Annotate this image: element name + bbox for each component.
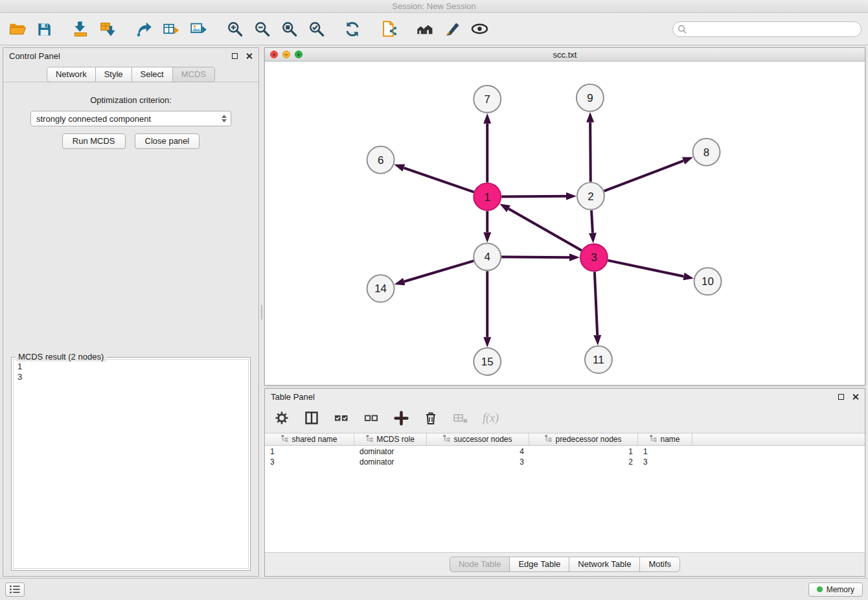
network-canvas-svg[interactable]: 7968123414101511 [265,62,865,385]
graph-edge-3-10[interactable] [608,260,683,277]
float-table-panel-icon[interactable] [838,394,844,400]
graph-edge-4-14[interactable] [404,261,474,282]
column-header-shared-name[interactable]: shared name [265,433,354,445]
graph-node-1[interactable]: 1 [474,183,501,211]
table-panel-header: Table Panel [265,389,865,404]
table-row[interactable]: 3dominator323 [265,457,865,467]
svg-text:15: 15 [481,356,494,368]
close-window-icon[interactable] [270,51,278,58]
select-all-icon[interactable] [331,408,352,428]
column-header-MCDS-role[interactable]: MCDS role [354,433,427,445]
graph-edge-2-3[interactable] [591,211,593,233]
open-folder-icon[interactable] [6,19,27,40]
graph-node-11[interactable]: 11 [585,346,612,373]
close-panel-button[interactable]: Close panel [135,133,200,149]
graph-node-10[interactable]: 10 [694,268,722,295]
table-cell: 3 [638,457,692,467]
graph-node-6[interactable]: 6 [367,146,394,174]
svg-text:7: 7 [485,93,490,106]
zoom-in-icon[interactable] [224,19,245,40]
zoom-window-icon[interactable] [295,51,303,58]
graph-edge-1-2[interactable] [501,196,566,197]
float-panel-icon[interactable] [232,53,238,59]
function-builder-icon[interactable]: f(x) [480,411,499,425]
zoom-selected-icon[interactable] [306,19,326,40]
column-header-label: predecessor nodes [555,435,621,444]
table-tab-edge-table[interactable]: Edge Table [509,557,569,572]
refresh-icon[interactable] [342,19,363,40]
eye-icon[interactable] [469,19,490,40]
export-image-icon[interactable] [188,19,209,40]
minimize-window-icon[interactable] [282,51,290,58]
mcds-result-line: 1 [17,362,244,372]
table-panel: Table Panel f(x) shared nameMCDS rolesuc… [264,388,865,577]
deselect-all-icon[interactable] [361,408,382,428]
graph-edge-4-3[interactable] [501,257,569,258]
mcds-result-title: MCDS result (2 nodes) [16,352,106,362]
table-toolbar-icons: f(x) [265,404,865,433]
table-cell: 3 [265,457,354,467]
mcds-result-line: 3 [17,372,244,382]
run-mcds-button[interactable]: Run MCDS [62,133,126,149]
network-view-window: scc.txt 7968123414101511 [264,47,865,386]
graph-node-14[interactable]: 14 [367,275,394,302]
graph-edge-3-1[interactable] [508,209,582,250]
graph-edge-1-6[interactable] [404,168,474,192]
graph-edge-2-9[interactable] [590,122,591,182]
control-panel-header: Control Panel [3,48,258,63]
gear-icon[interactable] [271,408,292,428]
table-tab-motifs[interactable]: Motifs [639,557,680,572]
graph-edge-2-8[interactable] [604,161,683,191]
memory-button[interactable]: Memory [808,583,863,597]
list-icon [8,584,21,594]
optimization-criterion-select[interactable]: strongly connected component [30,111,231,126]
status-bar: Memory [0,578,868,600]
tab-style[interactable]: Style [95,67,132,82]
zoom-fit-icon[interactable] [279,19,299,40]
tab-mcds[interactable]: MCDS [172,67,215,82]
first-neighbors-icon[interactable] [415,19,435,40]
search-input[interactable] [672,21,862,37]
trash-icon[interactable] [420,408,441,428]
delete-column-icon[interactable] [450,408,471,428]
graph-node-4[interactable]: 4 [474,243,501,270]
tab-network[interactable]: Network [47,67,96,82]
graph-node-9[interactable]: 9 [577,84,604,111]
tab-select[interactable]: Select [131,67,173,82]
table-tab-node-table[interactable]: Node Table [450,557,510,572]
graph-node-15[interactable]: 15 [474,348,501,375]
column-header-predecessor-nodes[interactable]: predecessor nodes [529,433,638,445]
import-table-icon[interactable] [97,19,118,40]
table-cell: dominator [354,457,427,467]
column-header-successor-nodes[interactable]: successor nodes [427,433,529,445]
table-tab-network-table[interactable]: Network Table [569,557,640,572]
right-column: scc.txt 7968123414101511 Table Panel f(x… [264,47,865,577]
import-network-icon[interactable] [70,19,91,40]
toolbar-groups [6,19,505,40]
style-brush-icon[interactable] [442,19,463,40]
mcds-result-text[interactable]: 13 [13,359,249,569]
graph-node-3[interactable]: 3 [580,244,608,271]
panel-splitter[interactable] [259,46,264,578]
save-icon[interactable] [34,19,54,40]
graph-node-7[interactable]: 7 [474,86,501,113]
task-history-button[interactable] [5,583,25,597]
export-table-icon[interactable] [161,19,181,40]
share-network-icon[interactable] [133,19,154,40]
column-header-label: name [660,435,680,444]
control-panel-tabs: NetworkStyleSelectMCDS [3,63,258,82]
columns-icon[interactable] [301,408,322,428]
close-table-panel-icon[interactable] [852,393,859,400]
toolbar-group [342,19,363,40]
column-header-name[interactable]: name [638,433,692,445]
graph-edge-3-11[interactable] [595,271,597,335]
svg-text:14: 14 [374,283,387,295]
graph-node-8[interactable]: 8 [693,139,720,166]
copy-view-icon[interactable] [378,19,399,40]
graph-node-2[interactable]: 2 [577,183,604,210]
table-panel-tabs: Node TableEdge TableNetwork TableMotifs [265,552,865,576]
add-icon[interactable] [391,408,411,428]
table-row[interactable]: 1dominator411 [265,446,865,457]
close-panel-icon[interactable] [246,52,253,60]
zoom-out-icon[interactable] [251,19,272,40]
